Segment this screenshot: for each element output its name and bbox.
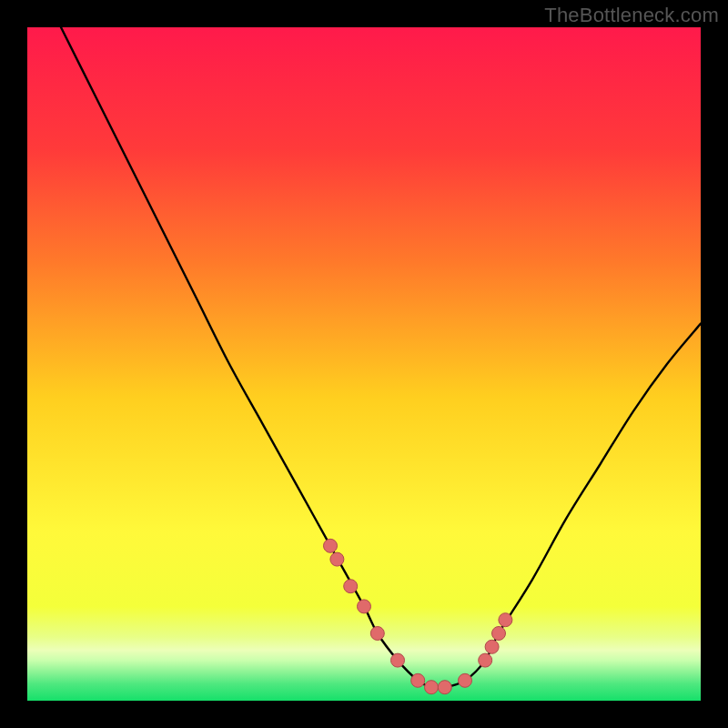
marker-point — [438, 681, 451, 694]
marker-layer — [324, 539, 512, 693]
marker-point — [485, 640, 499, 653]
marker-point — [358, 600, 371, 613]
marker-point — [344, 580, 358, 593]
marker-point — [370, 627, 384, 641]
marker-point — [391, 653, 405, 667]
curve-layer — [61, 27, 701, 688]
bottleneck-curve — [61, 27, 701, 688]
marker-point — [411, 673, 425, 687]
marker-point — [492, 627, 506, 641]
chart-frame: TheBottleneck.com — [0, 0, 728, 728]
marker-point — [459, 673, 472, 687]
chart-svg — [27, 27, 701, 701]
marker-point — [499, 613, 512, 627]
marker-point — [425, 681, 439, 694]
watermark-text: TheBottleneck.com — [544, 4, 719, 27]
marker-point — [330, 552, 344, 566]
marker-point — [324, 539, 338, 552]
marker-point — [479, 653, 492, 667]
plot-area — [27, 27, 701, 701]
